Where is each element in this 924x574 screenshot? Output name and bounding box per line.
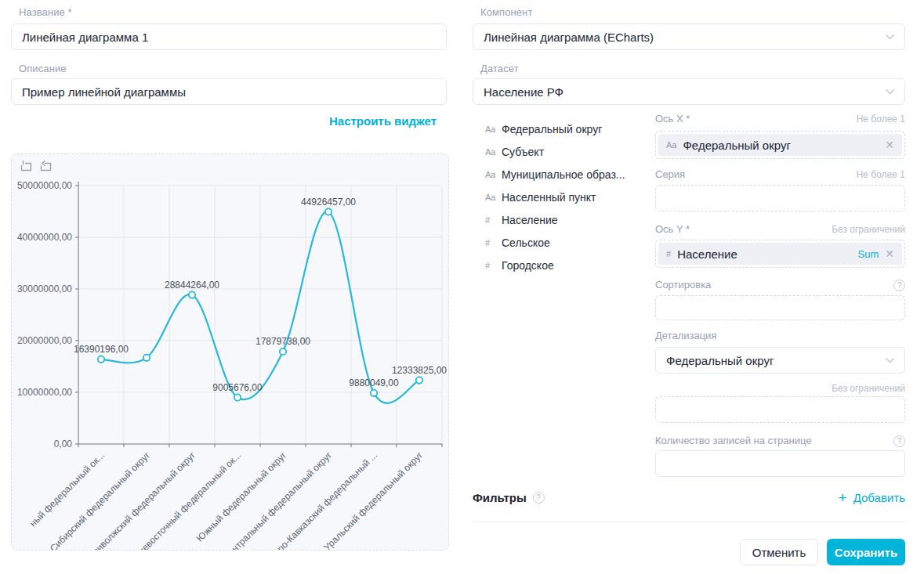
axis-y-chip[interactable]: # Население Sum ✕	[658, 243, 902, 265]
extra-zone-constraint: Без ограничений	[832, 383, 905, 394]
detailing-value: Федеральный округ	[666, 354, 774, 367]
add-filter-label: Добавить	[853, 491, 905, 504]
field-item[interactable]: AaСубъект	[485, 140, 642, 163]
field-item[interactable]: AaМуниципальное образ...	[485, 163, 642, 186]
page-size-input[interactable]	[655, 450, 905, 477]
svg-text:Южный федеральный округ: Южный федеральный округ	[194, 449, 289, 544]
field-item[interactable]: #Городское	[485, 254, 642, 276]
svg-text:9005676,00: 9005676,00	[212, 382, 263, 393]
svg-text:28844264,00: 28844264,00	[165, 280, 219, 291]
save-button[interactable]: Сохранить	[827, 539, 905, 565]
chart-preview-card: 0,0010000000,0020000000,0030000000,00400…	[11, 153, 449, 551]
field-label: Сельское	[502, 236, 550, 249]
configure-widget-link[interactable]: Настроить виджет	[329, 114, 437, 128]
svg-text:ный федеральный ок...: ный федеральный ок...	[27, 449, 107, 529]
field-label: Федеральный округ	[502, 123, 602, 135]
dataset-select[interactable]: Население РФ	[473, 78, 905, 105]
component-value: Линейная диаграмма (ECharts)	[484, 31, 654, 44]
text-type-icon: Aa	[485, 125, 496, 134]
dataset-value: Население РФ	[484, 85, 563, 99]
field-item[interactable]: #Население	[485, 208, 642, 231]
axis-x-constraint: Не более 1	[857, 114, 905, 125]
number-type-icon: #	[666, 249, 671, 258]
chart-canvas: 0,0010000000,0020000000,0030000000,00400…	[12, 154, 449, 550]
chevron-down-icon	[886, 89, 894, 95]
name-input[interactable]: Линейная диаграмма 1	[11, 23, 447, 50]
text-type-icon: Aa	[485, 193, 496, 202]
sorting-dropzone[interactable]	[655, 295, 905, 320]
axis-x-label: Ось X *	[655, 113, 690, 125]
axis-y-label: Ось Y *	[655, 223, 690, 235]
description-input[interactable]: Пример линейной диаграммы	[11, 78, 447, 105]
svg-text:50000000,00: 50000000,00	[17, 180, 72, 191]
axis-x-chip[interactable]: Aa Федеральный округ ✕	[658, 134, 902, 156]
field-item[interactable]: #Сельское	[485, 231, 642, 254]
series-dropzone[interactable]	[655, 185, 905, 211]
zoom-select-icon[interactable]	[20, 160, 33, 172]
axis-x-dropzone[interactable]: Aa Федеральный округ ✕	[655, 131, 905, 159]
svg-text:12333825,00: 12333825,00	[392, 365, 447, 376]
number-type-icon: #	[485, 261, 496, 270]
dataset-label: Датасет	[480, 63, 519, 74]
description-label: Описание	[19, 63, 67, 74]
svg-text:16390196,00: 16390196,00	[74, 344, 129, 355]
help-icon[interactable]: ?	[893, 280, 905, 291]
filters-row: Фильтры ? + Добавить	[473, 490, 905, 505]
filters-label: Фильтры	[473, 491, 527, 504]
chevron-down-icon	[886, 34, 894, 40]
footer-divider	[473, 522, 905, 522]
axis-y-constraint: Без ограничений	[832, 224, 905, 235]
name-label: Название *	[19, 6, 72, 18]
svg-text:20000000,00: 20000000,00	[17, 335, 72, 346]
text-type-icon: Aa	[485, 147, 496, 157]
field-label: Население	[502, 214, 558, 226]
aggregation-selector[interactable]: Sum	[858, 248, 879, 260]
chevron-down-icon	[886, 358, 894, 363]
detailing-label: Детализация	[655, 330, 716, 341]
svg-text:9880049,00: 9880049,00	[349, 377, 399, 388]
cancel-button[interactable]: Отменить	[740, 539, 818, 565]
svg-text:30000000,00: 30000000,00	[17, 283, 72, 294]
axis-y-chip-label: Население	[677, 247, 737, 261]
svg-text:0,00: 0,00	[54, 439, 73, 449]
remove-icon[interactable]: ✕	[885, 248, 894, 259]
page-size-label: Количество записей на странице	[655, 435, 811, 446]
number-type-icon: #	[485, 215, 496, 225]
remove-icon[interactable]: ✕	[885, 139, 894, 150]
widget-editor: Название * Линейная диаграмма 1 Описание…	[0, 0, 924, 574]
component-label: Компонент	[480, 6, 532, 18]
text-type-icon: Aa	[666, 140, 676, 150]
component-select[interactable]: Линейная диаграмма (ECharts)	[473, 23, 905, 50]
field-item[interactable]: AaФедеральный округ	[485, 117, 642, 140]
plus-icon: +	[839, 490, 847, 505]
help-icon[interactable]: ?	[893, 435, 905, 447]
svg-text:44926457,00: 44926457,00	[301, 197, 356, 208]
field-label: Городское	[502, 259, 554, 272]
field-item[interactable]: AaНаселенный пункт	[485, 186, 642, 208]
svg-text:17879738,00: 17879738,00	[255, 336, 310, 347]
chart-toolbox	[20, 160, 53, 172]
field-label: Населенный пункт	[502, 191, 596, 204]
number-type-icon: #	[485, 238, 496, 247]
extra-dropzone[interactable]	[655, 396, 905, 423]
restore-icon[interactable]	[39, 160, 53, 172]
sorting-label: Сортировка	[655, 279, 711, 291]
right-panel: Компонент Линейная диаграмма (ECharts) Д…	[473, 0, 905, 574]
series-label: Серия	[655, 168, 685, 180]
dataset-fields-list: AaФедеральный округ AaСубъект AaМуниципа…	[485, 117, 642, 276]
axis-y-dropzone[interactable]: # Население Sum ✕	[655, 240, 905, 268]
add-filter-button[interactable]: + Добавить	[839, 490, 905, 505]
series-constraint: Не более 1	[857, 169, 905, 180]
field-label: Субъект	[502, 146, 544, 158]
name-value: Линейная диаграмма 1	[22, 31, 148, 44]
axis-x-chip-label: Федеральный округ	[683, 139, 790, 152]
field-label: Муниципальное образ...	[502, 168, 625, 181]
detailing-select[interactable]: Федеральный округ	[655, 347, 905, 374]
help-icon[interactable]: ?	[533, 492, 545, 504]
description-value: Пример линейной диаграммы	[22, 85, 186, 99]
svg-text:10000000,00: 10000000,00	[17, 387, 72, 398]
text-type-icon: Aa	[485, 170, 496, 179]
svg-text:40000000,00: 40000000,00	[17, 232, 72, 243]
left-panel: Название * Линейная диаграмма 1 Описание…	[11, 0, 447, 574]
